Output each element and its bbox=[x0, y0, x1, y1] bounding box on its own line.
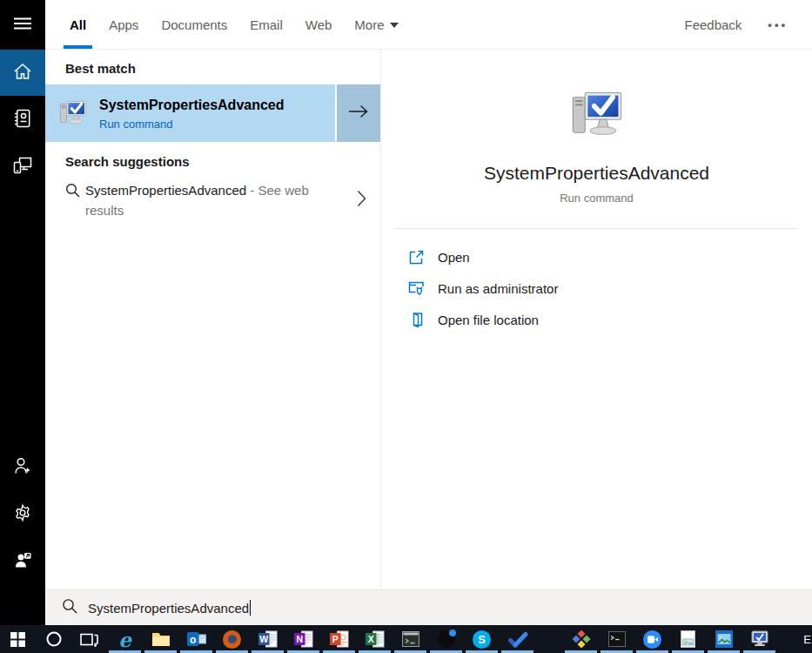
preview-title: SystemPropertiesAdvanced bbox=[484, 163, 709, 184]
start-button[interactable] bbox=[0, 625, 36, 653]
sidebar-item-account[interactable] bbox=[0, 445, 45, 490]
sidebar-item-devices[interactable] bbox=[0, 145, 45, 190]
action-label: Open bbox=[438, 250, 470, 265]
excel-icon-glyph: X bbox=[366, 630, 385, 648]
right-arrow-icon bbox=[348, 104, 369, 122]
search-input[interactable]: SystemPropertiesAdvanced bbox=[45, 589, 812, 625]
header-right: Feedback ••• bbox=[684, 0, 812, 49]
edge-icon[interactable]: e bbox=[107, 625, 143, 653]
sidebar-item-home[interactable] bbox=[0, 50, 45, 96]
skype-icon[interactable]: S bbox=[464, 625, 500, 653]
open-file-location-action[interactable]: Open file location bbox=[381, 304, 812, 335]
search-icon bbox=[62, 598, 77, 617]
task-view-glyph bbox=[80, 631, 98, 648]
terminal-icon[interactable] bbox=[599, 625, 634, 653]
command-prompt-icon-glyph bbox=[402, 631, 419, 647]
terminal-icon-glyph bbox=[608, 631, 626, 647]
diamond-app-icon[interactable] bbox=[563, 625, 599, 653]
zoom-app-icon[interactable] bbox=[634, 625, 670, 653]
search-filter-header: All Apps Documents Email Web More Feedba… bbox=[45, 0, 812, 50]
diamond-app-icon-glyph bbox=[572, 629, 591, 649]
run-as-admin-action[interactable]: Run as administrator bbox=[381, 273, 812, 304]
action-list: Open Run as administrator Open file loca… bbox=[381, 241, 812, 335]
system-properties-icon-large bbox=[567, 88, 627, 142]
system-properties-icon[interactable] bbox=[742, 625, 777, 653]
sidebar-item-settings[interactable] bbox=[0, 492, 45, 537]
search-query-text: SystemPropertiesAdvanced bbox=[88, 601, 249, 616]
tab-email[interactable]: Email bbox=[250, 0, 283, 49]
svg-text:W: W bbox=[259, 634, 268, 644]
onenote-icon[interactable]: N bbox=[285, 625, 321, 653]
web-search-suggestion[interactable]: SystemPropertiesAdvanced - See web resul… bbox=[45, 172, 380, 229]
language-indicator[interactable]: E bbox=[803, 625, 812, 653]
excel-icon[interactable]: X bbox=[357, 625, 393, 653]
open-file-location-icon bbox=[407, 312, 425, 327]
journal-icon bbox=[14, 109, 31, 131]
feedback-button[interactable]: Feedback bbox=[684, 17, 742, 32]
edge-icon-glyph: e bbox=[118, 629, 131, 650]
image-viewer-icon[interactable] bbox=[670, 625, 706, 653]
more-options-icon[interactable]: ••• bbox=[768, 18, 788, 31]
divider bbox=[394, 228, 799, 229]
system-properties-icon bbox=[57, 98, 89, 128]
svg-text:o: o bbox=[190, 634, 196, 646]
sidebar-item-feedback[interactable] bbox=[0, 539, 45, 584]
run-as-admin-icon bbox=[407, 281, 425, 296]
best-match-result[interactable]: SystemPropertiesAdvanced Run command bbox=[45, 84, 380, 142]
photos-app-icon[interactable] bbox=[706, 625, 742, 653]
firefox-icon[interactable] bbox=[214, 625, 250, 653]
result-subtitle: Run command bbox=[99, 118, 285, 131]
svg-text:P: P bbox=[332, 634, 338, 644]
word-icon[interactable]: W bbox=[250, 625, 285, 653]
devices-icon bbox=[13, 157, 32, 178]
image-viewer-icon-glyph bbox=[681, 630, 695, 648]
cortana-search-glyph bbox=[45, 630, 63, 648]
tab-all[interactable]: All bbox=[70, 0, 86, 49]
start-glyph bbox=[10, 632, 25, 647]
firefox-icon-glyph bbox=[223, 630, 241, 649]
file-explorer-icon[interactable] bbox=[143, 625, 178, 653]
cortana-search-button[interactable] bbox=[36, 625, 71, 653]
outlook-icon[interactable]: o bbox=[178, 625, 214, 653]
search-icon bbox=[65, 183, 80, 201]
result-title: SystemPropertiesAdvanced bbox=[99, 97, 285, 114]
open-icon bbox=[407, 250, 425, 265]
tab-apps[interactable]: Apps bbox=[109, 0, 138, 49]
powerpoint-icon-glyph: P bbox=[330, 630, 349, 648]
home-icon bbox=[13, 63, 32, 84]
tab-more[interactable]: More bbox=[354, 0, 398, 49]
filter-tabs: All Apps Documents Email Web More bbox=[70, 0, 399, 49]
suggestion-query: SystemPropertiesAdvanced bbox=[85, 183, 246, 198]
skype-icon-glyph: S bbox=[473, 630, 491, 649]
sphere-app-icon[interactable] bbox=[428, 625, 464, 653]
task-view-button[interactable] bbox=[71, 625, 107, 653]
tab-web[interactable]: Web bbox=[305, 0, 332, 49]
photos-app-icon-glyph bbox=[715, 630, 733, 648]
svg-text:X: X bbox=[367, 634, 373, 644]
expand-result-button[interactable] bbox=[335, 84, 380, 142]
svg-text:N: N bbox=[296, 634, 303, 644]
preview-subtitle: Run command bbox=[560, 192, 634, 205]
hamburger-icon bbox=[14, 17, 31, 33]
powerpoint-icon[interactable]: P bbox=[321, 625, 357, 653]
search-results-panel: Best match SystemPropertiesAdvanced Run … bbox=[45, 50, 381, 589]
command-prompt-icon[interactable] bbox=[393, 625, 428, 653]
system-properties-icon-glyph bbox=[750, 630, 769, 648]
sphere-app-icon-glyph bbox=[438, 630, 455, 648]
blue-check-app-icon[interactable] bbox=[500, 625, 535, 653]
zoom-app-icon-glyph bbox=[643, 630, 661, 649]
chevron-down-icon bbox=[390, 23, 399, 28]
open-action[interactable]: Open bbox=[381, 241, 812, 273]
tab-documents[interactable]: Documents bbox=[161, 0, 227, 49]
text-cursor bbox=[250, 600, 251, 616]
blue-check-app-icon-glyph bbox=[507, 631, 528, 648]
word-icon-glyph: W bbox=[258, 630, 278, 648]
taskbar-separator bbox=[535, 625, 563, 653]
person-feedback-icon bbox=[14, 551, 31, 572]
sidebar-item-journal[interactable] bbox=[0, 98, 45, 143]
best-match-section-title: Best match bbox=[45, 50, 380, 84]
onenote-icon-glyph: N bbox=[294, 630, 313, 648]
taskbar: eoWNPXSE bbox=[0, 625, 812, 653]
outlook-icon-glyph: o bbox=[187, 630, 206, 648]
hamburger-menu-button[interactable] bbox=[0, 2, 45, 49]
